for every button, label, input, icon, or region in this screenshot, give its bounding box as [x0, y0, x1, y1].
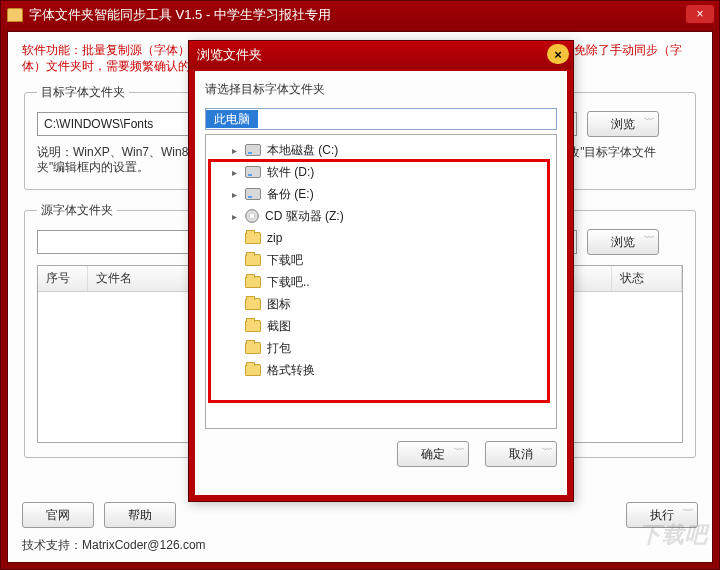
folder-icon [245, 320, 261, 332]
chevron-right-icon: ▸ [230, 167, 239, 178]
tree-item-label: 软件 (D:) [267, 164, 314, 181]
tree-item-label: 格式转换 [267, 362, 315, 379]
folder-icon [7, 8, 23, 22]
drive-icon [245, 188, 261, 200]
chevron-right-icon: ▸ [230, 145, 239, 156]
col-index: 序号 [38, 266, 88, 291]
support-text: 技术支持：MatrixCoder@126.com [22, 537, 206, 554]
target-path-value: C:\WINDOWS\Fonts [44, 117, 153, 131]
tree-item[interactable]: ▸软件 (D:) [208, 161, 554, 183]
tree-item-label: 本地磁盘 (C:) [267, 142, 338, 159]
drive-icon [245, 166, 261, 178]
tree-item-label: 图标 [267, 296, 291, 313]
tree-item[interactable]: ▸备份 (E:) [208, 183, 554, 205]
tree-item-label: 备份 (E:) [267, 186, 314, 203]
tree-item-label: 下载吧 [267, 252, 303, 269]
tree-item[interactable]: 格式转换 [208, 359, 554, 381]
tree-item-label: 下载吧.. [267, 274, 310, 291]
source-browse-button[interactable]: 浏览〰 [587, 229, 659, 255]
ok-button[interactable]: 确定〰 [397, 441, 469, 467]
tree-item-label: CD 驱动器 (Z:) [265, 208, 344, 225]
flourish-icon: 〰 [644, 232, 654, 243]
tree-item[interactable]: 下载吧.. [208, 271, 554, 293]
chevron-right-icon: ▸ [230, 189, 239, 200]
browse-dialog: 浏览文件夹 × 请选择目标字体文件夹 此电脑 ▸本地磁盘 (C:)▸软件 (D:… [188, 40, 574, 502]
folder-icon [245, 276, 261, 288]
folder-tree[interactable]: ▸本地磁盘 (C:)▸软件 (D:)▸备份 (E:)▸CD 驱动器 (Z:)zi… [205, 134, 557, 429]
tree-item[interactable]: 下载吧 [208, 249, 554, 271]
main-close-button[interactable]: × [685, 4, 715, 24]
browse-label: 浏览 [611, 234, 635, 251]
target-legend: 目标字体文件夹 [37, 84, 129, 101]
flourish-icon: 〰 [644, 114, 654, 125]
tree-item[interactable]: zip [208, 227, 554, 249]
browse-label: 浏览 [611, 116, 635, 133]
folder-icon [245, 254, 261, 266]
tree-item[interactable]: 截图 [208, 315, 554, 337]
path-chip-label: 此电脑 [214, 111, 250, 128]
ok-label: 确定 [421, 446, 445, 463]
tree-item-label: 截图 [267, 318, 291, 335]
dialog-button-row: 确定〰 取消〰 [205, 441, 557, 467]
chevron-right-icon: ▸ [230, 211, 239, 222]
path-bar[interactable]: 此电脑 [205, 108, 557, 130]
run-label: 执行 [650, 507, 674, 524]
help-button[interactable]: 帮助 [104, 502, 176, 528]
flourish-icon: 〰 [454, 444, 464, 455]
cancel-button[interactable]: 取消〰 [485, 441, 557, 467]
website-label: 官网 [46, 507, 70, 524]
dialog-close-button[interactable]: × [547, 44, 569, 64]
cancel-label: 取消 [509, 446, 533, 463]
cd-icon [245, 209, 259, 223]
tree-item[interactable]: ▸CD 驱动器 (Z:) [208, 205, 554, 227]
close-icon: × [696, 7, 703, 21]
folder-icon [245, 232, 261, 244]
bottom-bar: 官网 帮助 执行〰 [22, 502, 698, 528]
help-label: 帮助 [128, 507, 152, 524]
dialog-body: 请选择目标字体文件夹 此电脑 ▸本地磁盘 (C:)▸软件 (D:)▸备份 (E:… [195, 71, 567, 495]
folder-icon [245, 342, 261, 354]
tree-item-label: 打包 [267, 340, 291, 357]
flourish-icon: 〰 [683, 505, 693, 516]
tree-item[interactable]: 打包 [208, 337, 554, 359]
col-status: 状态 [612, 266, 682, 291]
flourish-icon: 〰 [542, 444, 552, 455]
run-button[interactable]: 执行〰 [626, 502, 698, 528]
dialog-instruction: 请选择目标字体文件夹 [205, 81, 557, 98]
folder-icon [245, 298, 261, 310]
tree-item-label: zip [267, 231, 282, 245]
tree-item[interactable]: 图标 [208, 293, 554, 315]
path-chip[interactable]: 此电脑 [206, 110, 258, 128]
dialog-title: 浏览文件夹 [197, 46, 262, 64]
tree-item[interactable]: ▸本地磁盘 (C:) [208, 139, 554, 161]
source-legend: 源字体文件夹 [37, 202, 117, 219]
main-titlebar[interactable]: 字体文件夹智能同步工具 V1.5 - 中学生学习报社专用 × [1, 1, 719, 29]
main-title: 字体文件夹智能同步工具 V1.5 - 中学生学习报社专用 [29, 6, 331, 24]
dialog-titlebar[interactable]: 浏览文件夹 × [189, 41, 573, 69]
website-button[interactable]: 官网 [22, 502, 94, 528]
target-browse-button[interactable]: 浏览〰 [587, 111, 659, 137]
close-icon: × [554, 47, 562, 62]
drive-icon [245, 144, 261, 156]
folder-icon [245, 364, 261, 376]
